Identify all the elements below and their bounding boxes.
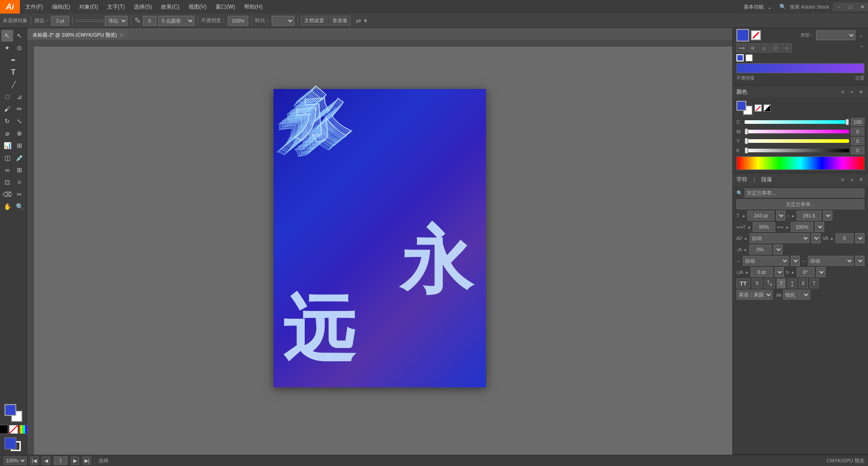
kern-select[interactable]: 自动 [750,233,810,243]
shape-tool[interactable]: ⊿ [14,91,25,103]
unselected-stop-swatch[interactable] [745,54,753,61]
gradient-type-dropdown[interactable]: ⌄ [857,32,864,39]
type-tool[interactable]: T [2,66,25,78]
color-mode-gradient[interactable] [19,425,28,434]
sharp-select[interactable]: 锐化 [783,290,810,300]
color-mode-color[interactable] [0,425,8,434]
page-input[interactable] [54,457,67,465]
language-select[interactable]: 英语：美国 [736,290,773,300]
selection-tool[interactable]: ↖ [1,30,13,42]
minimize-button[interactable]: － [833,2,844,11]
indent-unit[interactable] [774,245,783,254]
fill-swatch-small[interactable] [736,101,746,111]
selected-stop-swatch[interactable] [736,54,744,61]
opacity-input[interactable] [228,16,248,26]
gradient-radial-icon[interactable]: ◎ [748,43,758,52]
gradient-type-select[interactable] [816,30,856,40]
brush-tool[interactable]: 🖌 [1,103,13,115]
line-tool[interactable]: ╱ [2,79,25,90]
tab-document[interactable]: 未标题-2* @ 100% (CMYK/GPU 预览) ✕ [27,30,129,40]
symbol-tool[interactable]: ⊞ [14,140,25,151]
color-spectrum-bar[interactable] [736,156,864,170]
mesh-tool[interactable]: ⊞ [14,164,25,176]
scale-h-input[interactable] [753,222,775,232]
zoom-tool[interactable]: 🔍 [14,201,25,212]
style-T-super[interactable]: T [777,278,786,288]
gradient-diamond-icon[interactable]: ◇ [782,43,792,52]
m-thumb[interactable] [745,128,748,135]
fill-color-box[interactable] [5,404,16,416]
prev-page-btn[interactable]: ◀ [42,457,50,465]
blend-tool[interactable]: ∞ [1,164,13,176]
eyedropper-tool[interactable]: 💉 [14,152,25,164]
style-select[interactable] [272,16,294,26]
zoom-select[interactable]: 100% [4,457,27,465]
pencil-tool[interactable]: ✏ [14,103,25,115]
workspace-icon[interactable]: ⌄ [767,4,772,10]
rotate2-input[interactable] [797,267,815,277]
tracking-input[interactable] [835,233,854,243]
leading-input[interactable] [797,211,821,221]
active-fill-swatch[interactable] [5,438,16,449]
gradient-stroke-swatch[interactable] [751,30,761,40]
y-slider[interactable] [745,139,849,143]
scale-tool[interactable]: ⤡ [14,115,25,127]
y-thumb[interactable] [745,138,748,144]
font-search-input[interactable] [745,188,864,198]
scale-v-input[interactable] [791,222,813,232]
k-slider[interactable] [745,149,849,152]
brush-size-input[interactable] [143,16,156,26]
gradient-reverse-icon[interactable]: ↔ [859,43,864,52]
menu-window[interactable]: 窗口(W) [211,0,240,14]
c-slider[interactable] [745,120,849,124]
spacing2-unit[interactable] [855,256,864,266]
font-size-unit-select[interactable]: pt [776,211,785,221]
stroke-input[interactable] [51,16,69,26]
graph-tool[interactable]: 📊 [1,140,13,151]
spacing1-select[interactable]: 自动 [743,256,789,266]
lasso-tool[interactable]: ⊙ [14,42,25,54]
y-value-input[interactable] [851,137,864,145]
style-T-small[interactable]: T [788,278,797,288]
style-T-strike[interactable]: T [799,278,808,288]
gradient-linear-icon[interactable]: ⟶ [736,43,746,52]
menu-select[interactable]: 选择(S) [129,0,156,14]
char-panel-header[interactable]: 字符 | 段落 ≡ » ✕ [733,173,868,186]
doc-setup-button[interactable]: 文档设置 [301,16,327,25]
color-panel-header[interactable]: 颜色 ≡ » ✕ [733,85,868,98]
gradient-tool[interactable]: ◫ [1,152,13,164]
slice-tool[interactable]: ⌗ [14,176,25,188]
char-panel-close[interactable]: ✕ [857,176,864,183]
tab-close-button[interactable]: ✕ [120,33,123,38]
color-panel-close[interactable]: ✕ [857,88,864,95]
search-icon[interactable]: 🔍 [779,4,786,10]
char-panel-menu[interactable]: ≡ [839,176,846,183]
arrange-dropdown[interactable]: ▼ [363,18,368,24]
preferences-button[interactable]: 首选项 [329,16,350,25]
kern2-input[interactable] [750,267,773,277]
gradient-reflect-icon[interactable]: ⬡ [770,43,780,52]
m-slider[interactable] [745,130,849,133]
char-panel-expand[interactable]: » [848,176,855,183]
para-tab-label[interactable]: 段落 [761,176,772,184]
restore-button[interactable]: □ [844,2,856,11]
menu-object[interactable]: 对象(O) [75,0,102,14]
char-tab-label[interactable]: 字符 [736,176,747,184]
font-size-input[interactable] [747,211,774,221]
menu-help[interactable]: 帮助(H) [240,0,267,14]
arrange-icon[interactable]: ⇄ [356,17,361,24]
menu-file[interactable]: 文件(F) [21,0,47,14]
spacing1-unit[interactable] [791,256,800,266]
leading-unit-select[interactable]: pt [823,211,832,221]
kern2-unit[interactable] [775,267,784,277]
style-T-frac[interactable]: T [810,278,819,288]
none-swatch[interactable] [755,104,762,112]
first-page-btn[interactable]: |◀ [30,457,38,465]
rotate2-unit[interactable] [816,267,826,277]
gradient-angle-icon[interactable]: △ [759,43,769,52]
free-transform-tool[interactable]: ⊕ [14,127,25,139]
eraser-tool[interactable]: ⌫ [1,188,13,200]
color-panel-expand[interactable]: » [848,88,855,95]
menu-effect[interactable]: 效果(C) [156,0,184,14]
style-TT[interactable]: TT [736,278,750,288]
